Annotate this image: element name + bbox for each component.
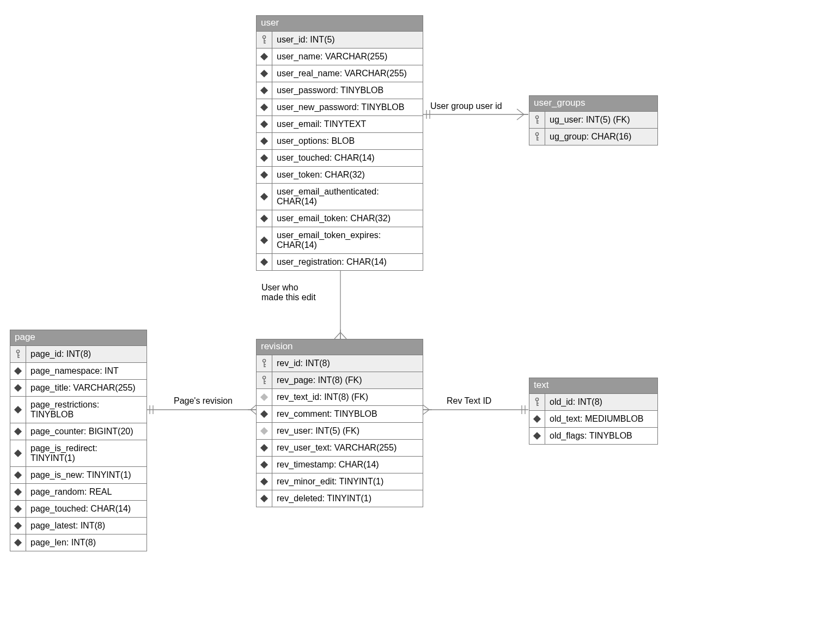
- diamond-icon: [10, 501, 26, 517]
- table-header: user: [257, 16, 423, 32]
- column-row: page_random: REAL: [10, 483, 147, 500]
- column-row: user_password: TINYBLOB: [257, 82, 423, 99]
- key-icon: [257, 372, 272, 388]
- column-label: page_id: INT(8): [26, 346, 147, 362]
- key-icon: [529, 112, 545, 128]
- column-label: rev_comment: TINYBLOB: [272, 406, 423, 422]
- diamond-icon: [10, 518, 26, 534]
- column-label: ug_group: CHAR(16): [545, 129, 657, 145]
- column-row: page_namespace: INT: [10, 362, 147, 379]
- diamond-icon: [257, 116, 272, 132]
- column-row: page_counter: BIGINT(20): [10, 423, 147, 440]
- svg-point-40: [263, 359, 265, 362]
- table-user: useruser_id: INT(5)user_name: VARCHAR(25…: [256, 15, 423, 271]
- column-label: user_email_token_expires: CHAR(14): [272, 227, 423, 253]
- svg-line-4: [517, 114, 524, 120]
- column-label: page_is_redirect: TINYINT(1): [26, 440, 147, 466]
- column-label: user_real_name: VARCHAR(255): [272, 65, 423, 82]
- diamond-icon: [257, 65, 272, 82]
- column-row: rev_text_id: INT(8) (FK): [257, 388, 423, 405]
- svg-point-44: [263, 376, 265, 379]
- column-label: rev_user_text: VARCHAR(255): [272, 440, 423, 456]
- rel-label-page-revision: Page's revision: [174, 396, 233, 406]
- column-row: ug_group: CHAR(16): [529, 128, 657, 145]
- column-row: page_is_new: TINYINT(1): [10, 466, 147, 483]
- column-row: page_id: INT(8): [10, 346, 147, 362]
- table-header: page: [10, 330, 147, 346]
- key-icon: [529, 394, 545, 410]
- column-row: rev_page: INT(8) (FK): [257, 372, 423, 388]
- column-label: user_token: CHAR(32): [272, 167, 423, 183]
- diamond-icon: [257, 457, 272, 473]
- column-label: rev_page: INT(8) (FK): [272, 372, 423, 388]
- diamond-icon: [257, 99, 272, 116]
- column-label: rev_id: INT(8): [272, 355, 423, 372]
- key-icon: [257, 32, 272, 48]
- svg-point-36: [16, 350, 19, 353]
- column-row: rev_id: INT(8): [257, 355, 423, 372]
- rel-label-user-revision: User who made this edit: [261, 283, 316, 302]
- column-label: old_flags: TINYBLOB: [545, 428, 657, 444]
- svg-line-10: [340, 332, 346, 339]
- column-label: page_restrictions: TINYBLOB: [26, 397, 147, 423]
- table-user-groups: user_groupsug_user: INT(5) (FK)ug_group:…: [529, 95, 658, 145]
- diamond-icon: [10, 363, 26, 379]
- column-label: page_touched: CHAR(14): [26, 501, 147, 517]
- diamond-icon: [257, 48, 272, 65]
- diamond-icon: [257, 210, 272, 227]
- column-row: rev_minor_edit: TINYINT(1): [257, 473, 423, 490]
- diamond-icon: [10, 380, 26, 396]
- diamond-icon: [257, 227, 272, 253]
- column-label: rev_text_id: INT(8) (FK): [272, 389, 423, 405]
- column-label: user_options: BLOB: [272, 133, 423, 149]
- diamond-icon: [257, 406, 272, 422]
- column-label: user_email: TINYTEXT: [272, 116, 423, 132]
- diamond-icon: [257, 389, 272, 405]
- column-row: page_title: VARCHAR(255): [10, 379, 147, 396]
- diamond-icon: [10, 440, 26, 466]
- column-label: page_len: INT(8): [26, 534, 147, 551]
- diamond-icon: [529, 411, 545, 427]
- column-row: user_email_authenticated: CHAR(14): [257, 183, 423, 210]
- table-header: user_groups: [529, 96, 657, 112]
- diamond-icon: [257, 133, 272, 149]
- key-icon: [529, 129, 545, 145]
- column-row: old_id: INT(8): [529, 394, 657, 410]
- column-row: user_new_password: TINYBLOB: [257, 99, 423, 116]
- column-label: old_id: INT(8): [545, 394, 657, 410]
- column-row: page_restrictions: TINYBLOB: [10, 396, 147, 423]
- column-row: page_is_redirect: TINYINT(1): [10, 440, 147, 466]
- column-label: page_is_new: TINYINT(1): [26, 467, 147, 483]
- column-row: rev_timestamp: CHAR(14): [257, 456, 423, 473]
- column-row: user_email_token: CHAR(32): [257, 210, 423, 227]
- table-text: textold_id: INT(8)old_text: MEDIUMBLOBol…: [529, 378, 658, 445]
- column-label: page_random: REAL: [26, 484, 147, 500]
- column-label: rev_user: INT(5) (FK): [272, 423, 423, 439]
- diamond-icon: [257, 82, 272, 99]
- rel-label-revision-text: Rev Text ID: [447, 396, 491, 406]
- key-icon: [10, 346, 26, 362]
- column-label: rev_deleted: TINYINT(1): [272, 490, 423, 507]
- rel-label-user-groups: User group user id: [430, 101, 502, 111]
- column-row: user_registration: CHAR(14): [257, 253, 423, 270]
- diamond-icon: [10, 397, 26, 423]
- column-row: user_name: VARCHAR(255): [257, 48, 423, 65]
- diamond-icon: [529, 428, 545, 444]
- column-label: user_new_password: TINYBLOB: [272, 99, 423, 116]
- column-label: rev_timestamp: CHAR(14): [272, 457, 423, 473]
- diamond-icon: [257, 490, 272, 507]
- diamond-icon: [10, 484, 26, 500]
- er-diagram-canvas: User group user id User who made this ed…: [0, 0, 817, 644]
- column-label: page_title: VARCHAR(255): [26, 380, 147, 396]
- column-label: old_text: MEDIUMBLOB: [545, 411, 657, 427]
- table-page: pagepage_id: INT(8)page_namespace: INTpa…: [10, 330, 147, 551]
- column-row: ug_user: INT(5) (FK): [529, 112, 657, 128]
- column-row: user_email_token_expires: CHAR(14): [257, 227, 423, 253]
- diamond-icon: [10, 423, 26, 440]
- column-row: user_token: CHAR(32): [257, 166, 423, 183]
- svg-point-32: [535, 132, 538, 135]
- column-label: user_id: INT(5): [272, 32, 423, 48]
- diamond-icon: [10, 534, 26, 551]
- column-label: user_name: VARCHAR(255): [272, 48, 423, 65]
- column-row: user_options: BLOB: [257, 132, 423, 149]
